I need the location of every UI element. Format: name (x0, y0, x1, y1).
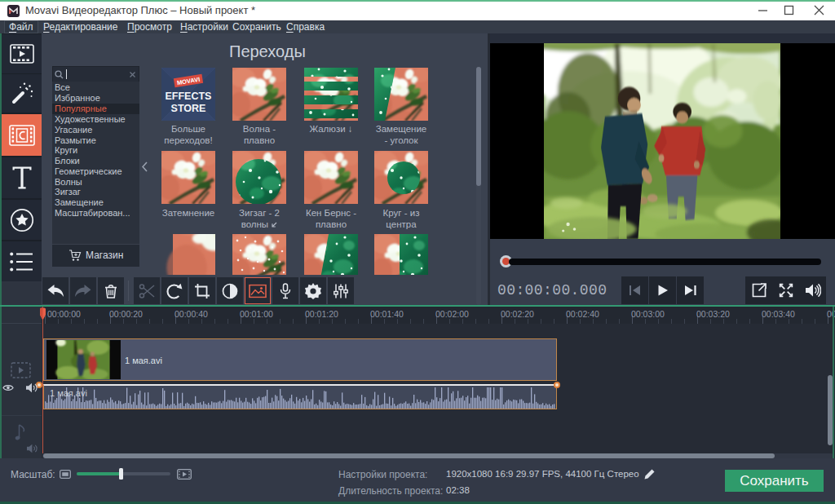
svg-text:STORE: STORE (171, 103, 206, 114)
svg-text:EFFECTS: EFFECTS (166, 91, 212, 102)
